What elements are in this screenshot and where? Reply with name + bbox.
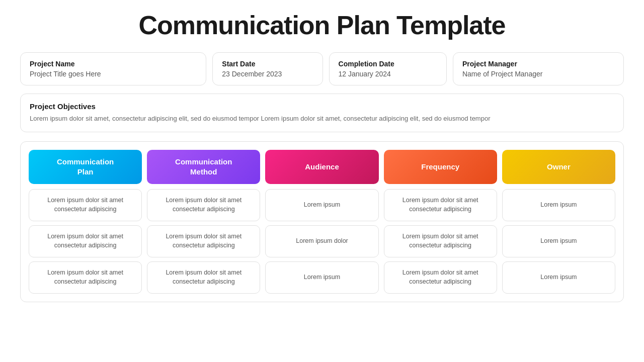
table-cell: Lorem ipsum dolor sit amet consectetur a… <box>147 189 260 221</box>
objectives-card: Project Objectives Lorem ipsum dolor sit… <box>20 94 624 132</box>
table-cell: Lorem ipsum <box>502 189 615 221</box>
project-manager-value: Name of Project Manager <box>462 70 614 78</box>
table-cell: Lorem ipsum dolor sit amet consectetur a… <box>384 189 497 221</box>
project-name-label: Project Name <box>30 60 197 68</box>
table-cell: Lorem ipsum dolor sit amet consectetur a… <box>384 225 497 257</box>
project-manager-card: Project Manager Name of Project Manager <box>453 52 624 85</box>
communication-table: CommunicationPlan CommunicationMethod Au… <box>20 141 624 302</box>
objectives-label: Project Objectives <box>30 102 614 111</box>
completion-date-card: Completion Date 12 January 2024 <box>329 52 447 85</box>
table-rows: Lorem ipsum dolor sit amet consectetur a… <box>29 189 615 294</box>
completion-date-label: Completion Date <box>339 60 437 68</box>
completion-date-value: 12 January 2024 <box>339 70 437 78</box>
objectives-text: Lorem ipsum dolor sit amet, consectetur … <box>30 114 614 124</box>
table-row: Lorem ipsum dolor sit amet consectetur a… <box>29 189 615 221</box>
project-manager-label: Project Manager <box>462 60 614 68</box>
table-cell: Lorem ipsum dolor sit amet consectetur a… <box>29 189 142 221</box>
page-title: Communication Plan Template <box>138 10 505 40</box>
col-header-audience: Audience <box>265 150 378 184</box>
table-cell: Lorem ipsum dolor <box>265 225 378 257</box>
start-date-label: Start Date <box>222 60 313 68</box>
table-cell: Lorem ipsum <box>265 261 378 294</box>
project-name-card: Project Name Project Title goes Here <box>20 52 206 85</box>
table-cell: Lorem ipsum dolor sit amet consectetur a… <box>29 261 142 294</box>
start-date-card: Start Date 23 December 2023 <box>212 52 323 85</box>
table-cell: Lorem ipsum <box>502 225 615 257</box>
table-cell: Lorem ipsum dolor sit amet consectetur a… <box>147 261 260 294</box>
table-row: Lorem ipsum dolor sit amet consectetur a… <box>29 225 615 257</box>
table-header: CommunicationPlan CommunicationMethod Au… <box>29 150 615 184</box>
start-date-value: 23 December 2023 <box>222 70 313 78</box>
col-header-comm-method: CommunicationMethod <box>147 150 260 184</box>
table-cell: Lorem ipsum dolor sit amet consectetur a… <box>29 225 142 257</box>
col-header-frequency: Frequency <box>384 150 497 184</box>
table-cell: Lorem ipsum <box>265 189 378 221</box>
table-cell: Lorem ipsum dolor sit amet consectetur a… <box>384 261 497 294</box>
col-header-comm-plan: CommunicationPlan <box>29 150 142 184</box>
project-name-value: Project Title goes Here <box>30 70 197 78</box>
table-cell: Lorem ipsum <box>502 261 615 294</box>
col-header-owner: Owner <box>502 150 615 184</box>
info-cards: Project Name Project Title goes Here Sta… <box>20 52 624 85</box>
table-row: Lorem ipsum dolor sit amet consectetur a… <box>29 261 615 294</box>
table-cell: Lorem ipsum dolor sit amet consectetur a… <box>147 225 260 257</box>
